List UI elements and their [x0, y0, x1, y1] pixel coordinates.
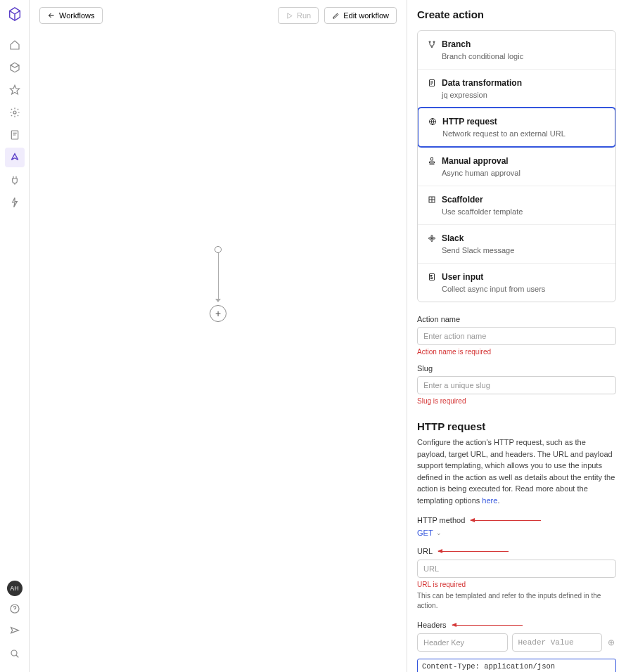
annotation-arrow: [471, 520, 541, 521]
nav-search[interactable]: [5, 644, 25, 664]
http-method-label: HTTP method: [417, 516, 465, 524]
connector-line: [218, 253, 219, 299]
header-value-input[interactable]: [512, 633, 603, 652]
svg-rect-15: [430, 276, 432, 277]
nav-sidebar: AH: [0, 0, 30, 672]
action-type-title: Manual approval: [442, 156, 509, 166]
action-type-slack[interactable]: SlackSend Slack message: [418, 224, 615, 263]
add-header-button[interactable]: ⊕: [606, 638, 616, 647]
action-type-http-request[interactable]: HTTP requestNetwork request to an extern…: [417, 107, 616, 148]
workflow-canvas[interactable]: Workflows Run Edit workflow +: [30, 0, 407, 672]
nav-home[interactable]: [5, 35, 25, 55]
action-type-title: Slack: [442, 233, 464, 243]
action-type-scaffolder[interactable]: ScaffolderUse scaffolder template: [418, 186, 615, 224]
svg-rect-12: [429, 238, 432, 239]
grid-icon: [428, 195, 436, 204]
svg-point-0: [13, 111, 16, 114]
annotation-arrow: [452, 625, 523, 626]
action-type-title: Data transformation: [442, 78, 522, 88]
add-step-button[interactable]: +: [210, 305, 226, 322]
nav-settings[interactable]: [5, 103, 25, 122]
edit-workflow-button[interactable]: Edit workflow: [324, 7, 397, 24]
slack-icon: [428, 234, 436, 243]
slug-error: Slug is required: [417, 397, 616, 405]
action-type-title: Scaffolder: [442, 195, 483, 205]
url-error: URL is required: [417, 581, 616, 588]
action-type-list: BranchBranch conditional logicData trans…: [417, 30, 616, 302]
url-label: URL: [417, 547, 433, 555]
action-type-desc: Branch conditional logic: [442, 52, 606, 60]
svg-point-5: [433, 41, 435, 43]
http-section-title: HTTP request: [417, 420, 616, 432]
back-label: Workflows: [59, 11, 95, 20]
action-type-desc: Network request to an external URL: [442, 129, 605, 138]
chevron-down-icon: ⌄: [436, 529, 442, 536]
nav-plugins[interactable]: [5, 170, 25, 190]
nav-workflows[interactable]: [5, 148, 25, 167]
pencil-icon: [332, 12, 340, 20]
action-type-title: Branch: [442, 39, 471, 49]
http-method-select[interactable]: GET ⌄: [417, 529, 616, 537]
action-type-data-transformation[interactable]: Data transformationjq expression: [418, 69, 615, 108]
action-type-desc: Collect async input from users: [442, 285, 606, 293]
svg-rect-13: [433, 238, 435, 239]
workflow-graph: +: [210, 246, 226, 322]
svg-rect-14: [430, 274, 435, 280]
templating-docs-link[interactable]: here: [482, 496, 497, 505]
url-input[interactable]: [417, 560, 616, 578]
svg-point-6: [431, 46, 433, 48]
action-type-manual-approval[interactable]: Manual approvalAsync human approval: [418, 147, 615, 186]
data-icon: [428, 79, 436, 87]
action-type-title: HTTP request: [442, 117, 497, 127]
action-type-desc: Use scaffolder template: [442, 207, 606, 216]
start-node[interactable]: [215, 246, 222, 253]
run-label: Run: [297, 11, 311, 20]
action-type-desc: jq expression: [442, 91, 606, 99]
nav-feedback[interactable]: [5, 621, 25, 641]
play-icon: [286, 12, 293, 20]
branch-icon: [428, 40, 436, 49]
http-method-value: GET: [417, 529, 433, 537]
panel-title: Create action: [417, 8, 616, 20]
header-example: Content-Type: application/json: [417, 659, 616, 672]
url-hint: This can be templated and refer to the i…: [417, 591, 616, 611]
header-key-input[interactable]: [417, 633, 508, 652]
annotation-arrow: [438, 551, 509, 552]
nav-help[interactable]: [5, 599, 25, 619]
app-logo[interactable]: [6, 6, 23, 22]
stamp-icon: [428, 157, 436, 165]
svg-point-3: [11, 650, 17, 656]
svg-point-4: [429, 41, 430, 43]
run-button: Run: [278, 7, 319, 24]
edit-label: Edit workflow: [343, 11, 389, 20]
header-examples: Content-Type: application/jsonContent-Ty…: [417, 659, 616, 672]
action-type-user-input[interactable]: User inputCollect async input from users: [418, 263, 615, 302]
arrow-tip: [215, 299, 221, 302]
headers-label: Headers: [417, 621, 447, 629]
user-avatar[interactable]: AH: [7, 581, 23, 596]
nav-docs[interactable]: [5, 125, 25, 145]
nav-favorites[interactable]: [5, 80, 25, 100]
back-to-workflows-button[interactable]: Workflows: [39, 7, 103, 24]
http-section-desc: Configure the action's HTTP request, suc…: [417, 437, 616, 506]
action-name-error: Action name is required: [417, 348, 616, 356]
action-type-desc: Send Slack message: [442, 246, 606, 254]
action-name-label: Action name: [417, 315, 616, 323]
slug-label: Slug: [417, 364, 616, 373]
nav-catalog[interactable]: [5, 58, 25, 77]
action-type-title: User input: [442, 272, 483, 282]
action-type-branch[interactable]: BranchBranch conditional logic: [418, 31, 615, 69]
globe-icon: [428, 117, 437, 126]
action-name-input[interactable]: [417, 327, 616, 345]
action-type-desc: Async human approval: [442, 169, 606, 177]
slug-input[interactable]: [417, 376, 616, 394]
nav-activity[interactable]: [5, 193, 25, 212]
canvas-toolbar: Workflows Run Edit workflow: [39, 7, 397, 24]
form-icon: [428, 273, 436, 281]
arrow-left-icon: [47, 11, 56, 20]
create-action-panel: Create action BranchBranch conditional l…: [407, 0, 626, 672]
